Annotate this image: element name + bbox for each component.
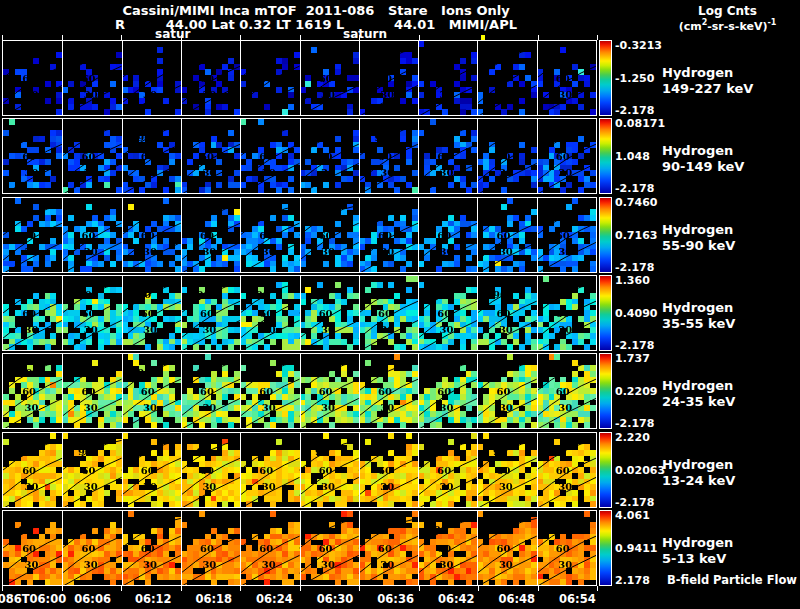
colorbar [599,510,612,586]
plot-subtitle: R 44.00 Lat 0.32 LT 1619 L 44.01 MIMI/AP… [0,17,632,32]
bottom-tick [181,586,182,591]
bottom-tick [419,586,420,591]
top-tick [538,35,539,40]
top-tick [597,35,598,40]
row-label-species: Hydrogen [662,222,733,238]
top-tick [62,35,63,40]
colorbar-tick-min: -2.178 [615,418,654,429]
bottom-tick [359,586,360,591]
colorbar-tick-min: -2.178 [615,105,654,116]
x-axis-tick-label: 06:24 [256,592,293,606]
colorbar-tick-min: -2.178 [615,497,654,508]
bfield-flow-label: B-field Particle Flow [667,573,797,587]
heatmap-canvas [3,276,596,350]
spectrogram-row [2,510,597,586]
colorbar-tick-max: 1.360 [615,275,650,286]
row-label-species: Hydrogen [662,65,733,81]
bottom-tick [538,586,539,591]
row-label-species: Hydrogen [662,535,733,551]
top-tick [240,35,241,40]
top-tick [419,35,420,40]
colorbar-tick-max: 0.08171 [615,118,665,129]
row-label-energy: 35-55 keV [662,316,735,332]
heatmap-canvas [3,41,596,115]
colorbar-tick-mid: 1.048 [615,151,650,162]
colorbar-tick-mid: 0.2209 [615,386,657,397]
spectrogram-row [2,118,597,194]
colorbar [599,40,612,116]
colorbar-units-label: (cm2-sr-s-keV)-1 [655,18,800,33]
colorbar-tick-max: 0.7460 [615,197,657,208]
spectrogram-row [2,197,597,273]
colorbar-tick-mid: 0.9411 [615,543,657,554]
x-axis-tick-label: 06:30 [317,592,354,606]
colorbar [599,353,612,429]
x-axis-tick-label: 06:36 [377,592,414,606]
x-axis-tick-label: 06:54 [559,592,596,606]
row-label-species: Hydrogen [662,143,733,159]
top-tick [121,35,122,40]
top-tick [181,35,182,40]
row-label-species: Hydrogen [662,378,733,394]
heatmap-canvas [3,354,596,428]
row-label-energy: 13-24 keV [662,473,735,489]
bottom-tick [62,586,63,591]
colorbar-tick-max: 4.061 [615,510,650,521]
row-label-energy: 55-90 keV [662,238,735,254]
heatmap-canvas [3,433,596,507]
bottom-tick [121,586,122,591]
bottom-tick [300,586,301,591]
colorbar-tick-mid: 0.4090 [615,308,657,319]
row-label-energy: 5-13 keV [662,551,726,567]
colorbar-tick-max: 1.737 [615,353,650,364]
saturn-annotation-left: satur [155,27,190,41]
top-tick [300,35,301,40]
colorbar-units-title: Log Cnts [655,4,800,18]
x-axis-tick-label: 06:48 [498,592,535,606]
x-axis-tick-label: 06:06 [74,592,111,606]
top-tick [2,35,3,40]
x-axis-tick-label: 06:12 [135,592,172,606]
plot-title: Cassini/MIMI Inca mTOF 2011-086 Stare Io… [0,3,632,18]
x-axis-tick-label: 086T06:00 [0,592,66,606]
x-axis-tick-label: 06:42 [438,592,475,606]
bottom-tick [597,586,598,591]
colorbar-tick-mid: 0.02063 [615,465,665,476]
x-axis-tick-label: 06:18 [195,592,232,606]
colorbar-tick-min: -2.178 [615,262,654,273]
row-label-energy: 90-149 keV [662,159,744,175]
spectrogram-row [2,275,597,351]
bottom-tick [2,586,3,591]
heatmap-canvas [3,119,596,193]
colorbar [599,432,612,508]
row-label-energy: 24-35 keV [662,394,735,410]
spectrogram-row [2,353,597,429]
bottom-tick [240,586,241,591]
colorbar-tick-min: -2.178 [615,340,654,351]
colorbar-tick-mid: 0.7163 [615,230,657,241]
spectrogram-row [2,432,597,508]
colorbar-tick-mid: -1.250 [615,73,654,84]
row-label-species: Hydrogen [662,300,733,316]
cassini-mimi-inca-browse-plot: Cassini/MIMI Inca mTOF 2011-086 Stare Io… [0,0,800,609]
heatmap-canvas [3,198,596,272]
row-label-species: Hydrogen [662,457,733,473]
yellow-marker-tick [481,35,485,40]
colorbar [599,197,612,273]
saturn-annotation-right: saturn [343,27,387,41]
colorbar-tick-max: -0.3213 [615,40,662,51]
top-tick [359,35,360,40]
colorbar-tick-min: 2.178 [615,575,650,586]
heatmap-canvas [3,511,596,585]
colorbar [599,275,612,351]
row-label-energy: 149-227 keV [662,81,753,97]
colorbar-tick-max: 2.220 [615,432,650,443]
colorbar [599,118,612,194]
spectrogram-row [2,40,597,116]
colorbar-tick-min: -2.178 [615,183,654,194]
bottom-tick [478,586,479,591]
